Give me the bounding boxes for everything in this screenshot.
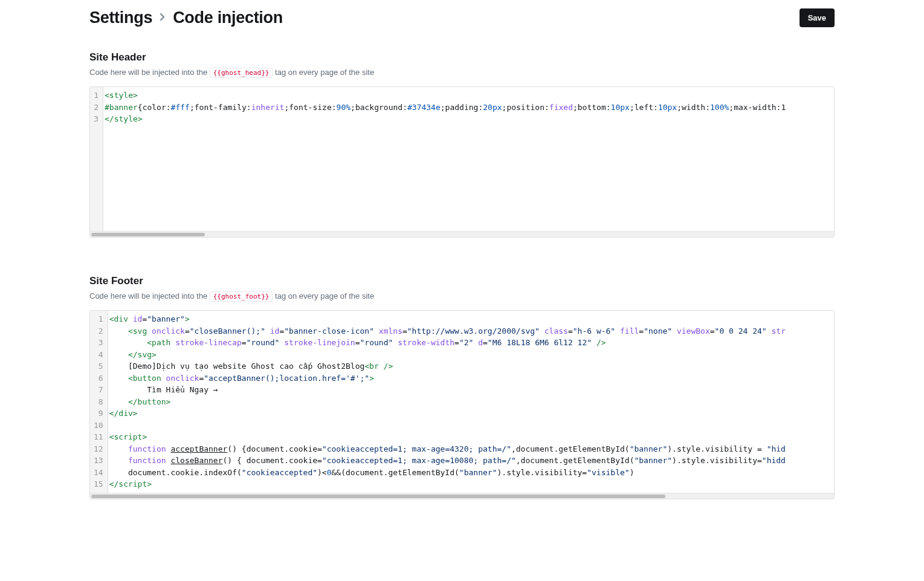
editor-code[interactable]: <div id="banner"> <svg onclick="closeBan… bbox=[108, 311, 834, 493]
editor-gutter: 123 bbox=[90, 87, 103, 231]
site-header-description: Code here will be injected into the {{gh… bbox=[89, 68, 835, 78]
breadcrumb: Settings Code injection bbox=[89, 8, 283, 27]
chevron-right-icon bbox=[160, 11, 166, 24]
site-footer-section: Site Footer Code here will be injected i… bbox=[89, 275, 835, 518]
scrollbar-thumb[interactable] bbox=[91, 233, 205, 236]
horizontal-scrollbar[interactable] bbox=[90, 493, 834, 499]
page-header: Settings Code injection Save bbox=[89, 0, 835, 36]
ghost-foot-tag: {{ghost_foot}} bbox=[210, 291, 273, 302]
breadcrumb-current: Code injection bbox=[173, 8, 283, 27]
site-footer-description: Code here will be injected into the {{gh… bbox=[89, 291, 835, 302]
site-header-section: Site Header Code here will be injected i… bbox=[89, 51, 835, 238]
site-footer-editor[interactable]: 123456789101112131415 <div id="banner"> … bbox=[89, 310, 835, 499]
horizontal-scrollbar[interactable] bbox=[90, 231, 834, 237]
save-button[interactable]: Save bbox=[800, 8, 835, 27]
editor-code[interactable]: <style>#banner{color:#fff;font-family:in… bbox=[103, 87, 834, 231]
scrollbar-thumb[interactable] bbox=[91, 495, 665, 498]
site-header-title: Site Header bbox=[89, 51, 835, 63]
breadcrumb-parent[interactable]: Settings bbox=[89, 8, 152, 27]
editor-gutter: 123456789101112131415 bbox=[90, 311, 108, 493]
ghost-head-tag: {{ghost_head}} bbox=[210, 68, 273, 78]
site-header-editor[interactable]: 123 <style>#banner{color:#fff;font-famil… bbox=[89, 86, 835, 238]
site-footer-title: Site Footer bbox=[89, 275, 835, 287]
